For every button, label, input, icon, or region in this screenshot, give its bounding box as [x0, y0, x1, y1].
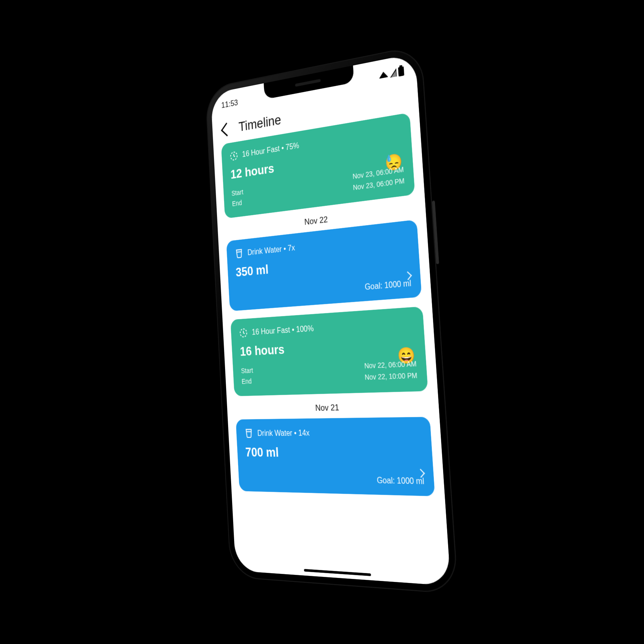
- card-title: 16 Hour Fast • 75%: [242, 141, 299, 159]
- cup-icon: [244, 428, 254, 439]
- timer-icon: [239, 327, 248, 338]
- card-value: 16 hours: [240, 335, 416, 360]
- card-title: Drink Water • 7x: [247, 244, 295, 257]
- mood-emoji: 😄: [397, 346, 416, 365]
- timer-icon: [229, 150, 238, 162]
- mood-emoji: 😓: [384, 152, 403, 172]
- start-label: Start: [241, 366, 253, 377]
- end-value: Nov 23, 06:00 PM: [353, 175, 405, 194]
- side-button: [432, 201, 439, 264]
- end-label: End: [232, 197, 244, 209]
- water-card[interactable]: Drink Water • 14x 700 ml Goal: 1000 ml: [236, 417, 435, 496]
- start-value: Nov 23, 06:00 AM: [352, 164, 404, 182]
- date-separator: Nov 21: [235, 400, 429, 414]
- card-value: 700 ml: [245, 445, 423, 462]
- water-card[interactable]: Drink Water • 7x 350 ml Goal: 1000 ml: [226, 220, 422, 311]
- timeline-list[interactable]: 16 Hour Fast • 75% 12 hours 😓 Start End …: [213, 111, 447, 528]
- start-label: Start: [231, 187, 244, 199]
- fast-card[interactable]: 16 Hour Fast • 100% 16 hours 😄 Start End…: [230, 307, 428, 396]
- back-icon[interactable]: [221, 122, 232, 136]
- card-title: Drink Water • 14x: [257, 428, 310, 438]
- battery-icon: [398, 66, 405, 77]
- screen: 11:53 Timeline: [211, 53, 451, 586]
- end-label: End: [241, 376, 254, 387]
- wifi-icon: [379, 71, 388, 78]
- end-value: Nov 22, 10:00 PM: [364, 370, 418, 383]
- status-time: 11:53: [221, 98, 238, 110]
- card-title: 16 Hour Fast • 100%: [252, 324, 314, 337]
- cellular-icon: [390, 68, 397, 78]
- home-indicator[interactable]: [304, 569, 371, 576]
- chevron-right-icon: [417, 469, 425, 478]
- chevron-right-icon: [404, 272, 412, 281]
- page-title: Timeline: [238, 112, 281, 135]
- phone-frame: 11:53 Timeline: [205, 45, 459, 594]
- start-value: Nov 22, 06:00 AM: [364, 359, 417, 372]
- goal-text: Goal: 1000 ml: [247, 474, 424, 486]
- cup-icon: [234, 248, 244, 260]
